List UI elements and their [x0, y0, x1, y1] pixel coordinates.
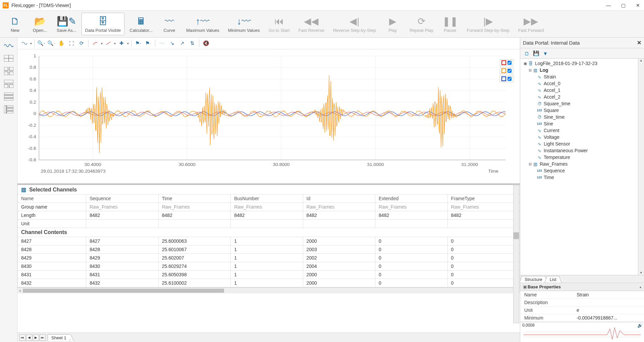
col-header[interactable]: Name — [18, 194, 86, 203]
tree-channel[interactable]: ∿Temperature — [520, 154, 644, 161]
table-scrollbar-v[interactable] — [513, 185, 519, 323]
sheet-prev[interactable]: ◀ — [26, 335, 32, 341]
zoom-in-icon[interactable]: 🔍+ — [37, 39, 46, 48]
new-file-icon[interactable]: 🗋 — [523, 50, 530, 57]
dp-tab-list[interactable]: List — [547, 276, 559, 283]
col-header[interactable]: Time — [158, 194, 230, 203]
line-style-icon[interactable] — [104, 39, 113, 48]
mute-icon[interactable]: 🔇 — [202, 39, 210, 48]
tool1-icon[interactable]: 〰 — [158, 39, 166, 48]
panel-close-button[interactable]: ✕ — [637, 40, 641, 46]
tool3-icon[interactable]: ↗ — [178, 39, 186, 48]
tree-channel[interactable]: 123Time — [520, 174, 644, 181]
curve-button[interactable]: 〰Curve — [158, 13, 181, 35]
repeat-play-button: ⟳Repeat Play — [406, 13, 437, 35]
view-waveform-icon[interactable] — [2, 40, 15, 51]
dp-tab-structure[interactable]: Structure — [522, 276, 545, 283]
zoom-out-icon[interactable]: 🔍− — [47, 39, 56, 48]
max-values-button[interactable]: ↑〰Maximum Values — [182, 13, 223, 35]
props-scroll-up-icon[interactable]: ▴ — [640, 285, 641, 289]
legend-swatch-icon — [501, 68, 506, 73]
crosshair-icon[interactable]: ✚ — [117, 39, 126, 48]
view-stack-icon[interactable] — [2, 91, 15, 102]
tree-channel[interactable]: ∿Accel_1 — [520, 87, 644, 94]
table-row[interactable]: 8427842725.60000631200000 — [18, 237, 520, 245]
svg-text:30.8000: 30.8000 — [273, 162, 289, 167]
pan-icon[interactable]: ✋ — [57, 39, 66, 48]
tree-root[interactable]: ▣🗄LogFile_2018-01-29-17-32-23 — [520, 60, 644, 67]
table-row[interactable]: 8432843225.61000021200000 — [18, 279, 520, 287]
open-button[interactable]: 📂Open... — [28, 13, 52, 35]
legend-item[interactable] — [500, 59, 513, 66]
view-split-horizontal-icon[interactable] — [2, 78, 15, 89]
col-header[interactable]: Sequence — [86, 194, 158, 203]
property-row[interactable]: Description — [520, 299, 644, 306]
col-header[interactable]: BusNumber — [231, 194, 303, 203]
sheet-tab[interactable]: Sheet 1 — [48, 334, 70, 341]
min-values-button[interactable]: ↓〰Minimum Values — [224, 13, 264, 35]
view-2x2-icon[interactable] — [2, 66, 15, 76]
tree-channel[interactable]: 123Square — [520, 107, 644, 114]
calculator-button[interactable]: 🖩Calculator... — [126, 13, 156, 35]
tree-channel[interactable]: ∿Current — [520, 127, 644, 134]
tree-channel[interactable]: ∿Accel_0 — [520, 80, 644, 87]
chart-area[interactable]: 10.80.60.40.20-0.2-0.4-0.6-0.830.400030.… — [17, 49, 520, 183]
tree-channel[interactable]: ∿Strain — [520, 73, 644, 80]
view-grid-single-icon[interactable] — [2, 53, 15, 64]
tree-channel[interactable]: ⏱Sine_time — [520, 114, 644, 120]
tree-scrollbar[interactable]: ▴ ▾ — [638, 59, 644, 275]
svg-text:0: 0 — [34, 111, 36, 116]
table-row[interactable]: 8431843125.60503981200000 — [18, 271, 520, 279]
legend-item[interactable] — [500, 75, 513, 82]
view-list-icon[interactable] — [2, 104, 15, 115]
col-header[interactable]: Extended — [375, 194, 447, 203]
sheet-last[interactable]: ⏭ — [40, 335, 46, 341]
col-header[interactable]: FrameType — [447, 194, 520, 203]
data-portal-button[interactable]: 🗄Data Portal Visible — [82, 13, 125, 35]
flag-add-icon[interactable]: ⚑+ — [134, 39, 143, 48]
legend-checkbox[interactable] — [507, 69, 512, 73]
curve-style-icon[interactable] — [91, 39, 100, 48]
tree-channel[interactable]: ∿Instantaneous Power — [520, 147, 644, 154]
save-as-button[interactable]: 💾✎Save As... — [53, 13, 80, 35]
preview-audio-icon[interactable]: 🔊 — [637, 323, 643, 328]
play-icon: ▶ — [389, 15, 396, 27]
legend-checkbox[interactable] — [507, 77, 512, 81]
fast-reverse-button: ◀◀Fast Reverse — [295, 13, 328, 35]
col-header[interactable]: Id — [303, 194, 375, 203]
reverse-sbs-icon: ◀| — [350, 15, 359, 27]
table-row[interactable]: 8428842825.60100671200300 — [18, 245, 520, 254]
tree-channel[interactable]: ∿Voltage — [520, 134, 644, 140]
table-scrollbar-h[interactable]: ‹ › — [17, 287, 520, 293]
tree-channel[interactable]: ∿Light Sensor — [520, 140, 644, 147]
sheet-first[interactable]: ⏮ — [19, 335, 25, 341]
tree-group[interactable]: ⊟▥Log — [520, 67, 644, 73]
tree-channel[interactable]: ∿Accel_2 — [520, 94, 644, 100]
zoom-reset-icon[interactable]: ⛶ — [67, 39, 76, 48]
table-row[interactable]: 8430843025.60292741200400 — [18, 262, 520, 271]
tree-channel[interactable]: 123Sequence — [520, 167, 644, 174]
props-collapse-icon[interactable]: ▣ — [523, 284, 528, 289]
flag-remove-icon[interactable]: ⚑− — [144, 39, 153, 48]
tool4-icon[interactable]: ⇅ — [188, 39, 197, 48]
maximize-button[interactable]: ▢ — [620, 3, 627, 8]
property-row[interactable]: Unite — [520, 306, 644, 314]
tree-group[interactable]: ⊟▥Raw_Frames — [520, 161, 644, 167]
table-row[interactable]: 8429842925.6020071200200 — [18, 254, 520, 262]
property-row[interactable]: Minimum-0.000479918867... — [520, 314, 644, 322]
filter-icon[interactable]: ▼ — [542, 50, 549, 57]
new-button[interactable]: 🗋New — [3, 13, 27, 35]
legend-checkbox[interactable] — [507, 61, 512, 65]
tree-channel[interactable]: 123Sine — [520, 120, 644, 127]
sheet-next[interactable]: ▶ — [33, 335, 39, 341]
minimize-button[interactable]: — — [605, 3, 612, 8]
svg-rect-13 — [4, 105, 6, 113]
tool2-icon[interactable]: ↘ — [168, 39, 176, 48]
legend-item[interactable] — [500, 67, 513, 74]
tree-channel[interactable]: ⏱Square_time — [520, 100, 644, 107]
property-row[interactable]: NameStrain — [520, 291, 644, 299]
close-button[interactable]: ✕ — [635, 3, 641, 8]
chart-type-dropdown[interactable] — [20, 39, 29, 48]
save-data-icon[interactable]: 💾 — [532, 50, 540, 57]
refresh-icon[interactable]: ⟳ — [77, 39, 86, 48]
